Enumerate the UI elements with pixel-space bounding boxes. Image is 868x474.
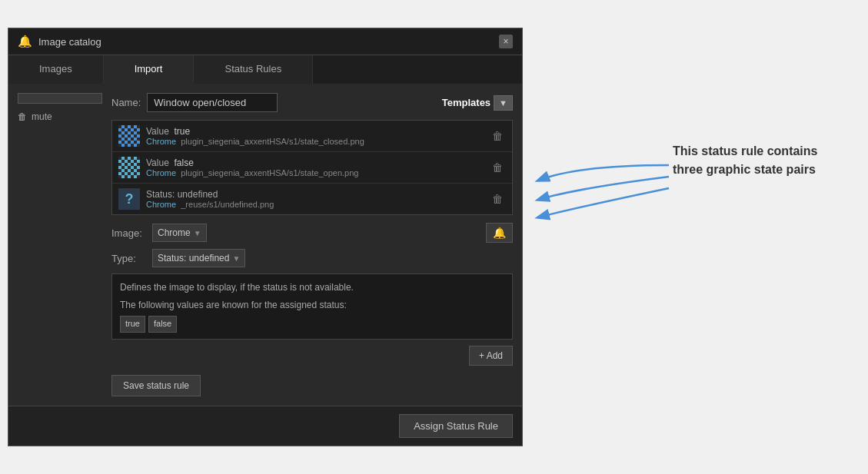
image-picker-button[interactable]: 🔔 <box>486 223 513 243</box>
state-row: Value false Chrome plugin_siegenia_axxen… <box>112 152 512 184</box>
sidebar-rule-item[interactable]: 🗑 mute <box>18 111 102 122</box>
main-panel: Name: Templates ▼ Value <box>111 93 513 396</box>
sidebar: 🗑 mute <box>18 93 102 396</box>
image-label: Image: <box>111 227 146 239</box>
image-catalog-dialog: 🔔 Image catalog × Images Import Status R… <box>8 28 523 446</box>
state-value-1: Value true <box>146 126 483 137</box>
tab-images[interactable]: Images <box>8 55 104 84</box>
state-icon-2 <box>118 157 140 178</box>
title-bar: 🔔 Image catalog × <box>8 28 522 55</box>
image-row: Image: Chrome ▼ 🔔 <box>111 223 513 243</box>
image-select[interactable]: Chrome ▼ <box>152 224 207 242</box>
dialog-content: 🗑 mute Name: Templates ▼ <box>8 84 522 406</box>
delete-row-1-button[interactable]: 🗑 <box>489 128 506 144</box>
info-line2: The following values are known for the a… <box>120 298 504 313</box>
state-icon-3: ? <box>118 188 140 210</box>
dialog-title: Image catalog <box>38 36 101 48</box>
tab-bar: Images Import Status Rules <box>8 55 522 84</box>
title-bar-left: 🔔 Image catalog <box>18 35 101 48</box>
annotation-area: This status rule contains three graphic … <box>530 119 823 179</box>
state-row: Value true Chrome plugin_siegenia_axxent… <box>112 121 512 152</box>
state-path-2: Chrome plugin_siegenia_axxentHSA/s1/stat… <box>146 168 483 177</box>
value-tag-false: false <box>148 316 177 333</box>
add-button[interactable]: + Add <box>469 346 513 366</box>
info-box: Defines the image to display, if the sta… <box>111 273 513 340</box>
state-row: ? Status: undefined Chrome _reuse/s1/und… <box>112 184 512 214</box>
name-input[interactable] <box>147 93 278 112</box>
type-select[interactable]: Status: undefined ▼ <box>152 249 245 267</box>
annotation-arrows <box>530 119 823 288</box>
save-status-rule-button[interactable]: Save status rule <box>111 375 201 396</box>
name-label: Name: <box>111 97 141 108</box>
delete-row-3-button[interactable]: 🗑 <box>489 191 506 207</box>
state-icon-1 <box>118 125 140 147</box>
state-path-1: Chrome plugin_siegenia_axxentHSA/s1/stat… <box>146 137 483 146</box>
type-row: Type: Status: undefined ▼ <box>111 249 513 267</box>
templates-dropdown: Templates ▼ <box>442 95 513 111</box>
type-select-value: Status: undefined <box>158 253 229 264</box>
delete-row-2-button[interactable]: 🗑 <box>489 160 506 175</box>
value-tag-true: true <box>120 316 145 333</box>
new-status-rule-button[interactable] <box>18 93 102 104</box>
state-info-3: Status: undefined Chrome _reuse/s1/undef… <box>146 189 483 209</box>
add-row: + Add <box>111 346 513 366</box>
state-value-3: Status: undefined <box>146 189 483 200</box>
catalog-icon: 🔔 <box>18 35 32 48</box>
value-tags: true false <box>120 316 504 333</box>
close-button[interactable]: × <box>499 35 513 48</box>
rule-label: mute <box>32 111 52 122</box>
state-value-2: Value false <box>146 157 483 168</box>
image-select-value: Chrome <box>158 227 191 238</box>
state-info-2: Value false Chrome plugin_siegenia_axxen… <box>146 157 483 177</box>
state-info-1: Value true Chrome plugin_siegenia_axxent… <box>146 126 483 146</box>
state-list: Value true Chrome plugin_siegenia_axxent… <box>111 120 513 215</box>
mute-icon: 🗑 <box>18 111 27 122</box>
templates-label: Templates <box>442 97 491 108</box>
dialog-footer: Assign Status Rule <box>8 406 522 446</box>
page-wrapper: 🔔 Image catalog × Images Import Status R… <box>0 0 868 474</box>
tab-import[interactable]: Import <box>104 55 195 84</box>
state-path-3: Chrome _reuse/s1/undefined.png <box>146 200 483 209</box>
type-label: Type: <box>111 253 146 264</box>
tab-status-rules[interactable]: Status Rules <box>194 55 313 84</box>
type-select-arrow: ▼ <box>232 254 240 263</box>
info-line1: Defines the image to display, if the sta… <box>120 280 504 295</box>
image-select-arrow: ▼ <box>194 229 201 237</box>
name-row: Name: Templates ▼ <box>111 93 513 112</box>
templates-dropdown-button[interactable]: ▼ <box>494 95 513 111</box>
assign-status-rule-button[interactable]: Assign Status Rule <box>399 414 513 438</box>
